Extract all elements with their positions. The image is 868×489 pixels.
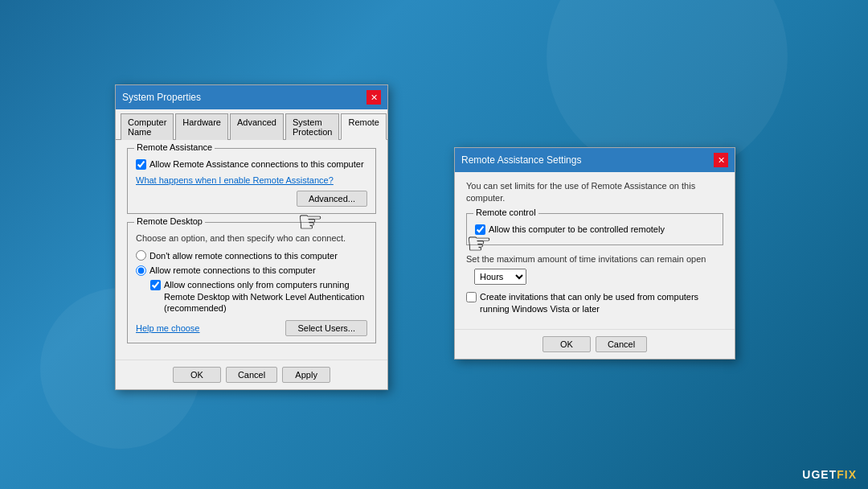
- allow-remote-assistance-text: Allow Remote Assistance connections to t…: [149, 158, 364, 170]
- apply-button[interactable]: Apply: [282, 367, 330, 383]
- allow-remote-connections-text: Allow remote connections to this compute…: [149, 265, 316, 276]
- system-properties-title: System Properties: [122, 92, 201, 103]
- no-remote-connections-text: Don't allow remote connections to this c…: [149, 250, 338, 261]
- nla-checkbox[interactable]: [150, 280, 161, 290]
- system-properties-titlebar: System Properties ✕: [116, 85, 387, 109]
- remote-assistance-help-link[interactable]: What happens when I enable Remote Assist…: [136, 175, 334, 185]
- tab-hardware[interactable]: Hardware: [175, 113, 228, 140]
- remote-desktop-label: Remote Desktop: [134, 216, 205, 226]
- tab-system-protection[interactable]: System Protection: [285, 113, 340, 140]
- system-properties-buttons: OK Cancel Apply: [116, 360, 387, 389]
- system-properties-close-button[interactable]: ✕: [366, 90, 381, 105]
- system-properties-content: Remote Assistance Allow Remote Assistanc…: [116, 140, 387, 360]
- tab-remote[interactable]: Remote: [341, 113, 387, 140]
- ra-ok-button[interactable]: OK: [542, 336, 591, 352]
- ra-cancel-button[interactable]: Cancel: [596, 336, 647, 352]
- system-properties-dialog: System Properties ✕ Computer Name Hardwa…: [115, 84, 388, 390]
- remote-assistance-settings-titlebar: Remote Assistance Settings ✕: [455, 148, 735, 172]
- remote-assistance-settings-title: Remote Assistance Settings: [461, 154, 581, 166]
- cancel-button[interactable]: Cancel: [226, 367, 277, 383]
- allow-control-row: Allow this computer to be controlled rem…: [475, 224, 714, 235]
- tab-computer-name[interactable]: Computer Name: [121, 113, 174, 140]
- system-properties-tabs: Computer Name Hardware Advanced System P…: [116, 109, 387, 140]
- allow-control-text: Allow this computer to be controlled rem…: [489, 224, 665, 235]
- advanced-button[interactable]: Advanced...: [297, 191, 367, 207]
- help-me-choose-link[interactable]: Help me choose: [136, 323, 200, 333]
- remote-desktop-group: Remote Desktop Choose an option, and the…: [127, 222, 376, 343]
- allow-remote-assistance-row: Allow Remote Assistance connections to t…: [136, 158, 367, 170]
- ugetfix-logo: UGETFIX: [802, 468, 857, 481]
- hours-select[interactable]: Hours Minutes Days: [474, 269, 526, 285]
- nla-text: Allow connections only from computers ru…: [164, 279, 367, 314]
- no-remote-connections-row: Don't allow remote connections to this c…: [136, 250, 367, 261]
- allow-remote-connections-row: Allow remote connections to this compute…: [136, 265, 367, 276]
- allow-control-checkbox[interactable]: [475, 224, 485, 235]
- remote-assistance-label: Remote Assistance: [134, 142, 215, 152]
- tab-advanced[interactable]: Advanced: [230, 113, 284, 140]
- remote-control-label: Remote control: [473, 208, 538, 217]
- nla-row: Allow connections only from computers ru…: [136, 279, 367, 314]
- ok-button[interactable]: OK: [173, 367, 221, 383]
- remote-control-group: Remote control Allow this computer to be…: [466, 213, 723, 245]
- invitations-label: Set the maximum amount of time invitatio…: [466, 253, 723, 265]
- create-invitations-text: Create invitations that can only be used…: [480, 291, 723, 314]
- remote-assistance-group: Remote Assistance Allow Remote Assistanc…: [127, 148, 376, 214]
- remote-assistance-settings-dialog: Remote Assistance Settings ✕ You can set…: [454, 147, 735, 360]
- ra-settings-buttons: OK Cancel: [455, 329, 735, 359]
- titlebar-controls: ✕: [366, 90, 381, 105]
- ra-settings-content: You can set limits for the use of Remote…: [455, 172, 735, 329]
- select-users-button[interactable]: Select Users...: [285, 320, 367, 336]
- create-invitations-checkbox[interactable]: [466, 292, 477, 302]
- ra-settings-close-button[interactable]: ✕: [714, 153, 728, 167]
- allow-remote-assistance-checkbox[interactable]: [136, 159, 146, 170]
- no-remote-connections-radio[interactable]: [136, 250, 146, 261]
- remote-desktop-description: Choose an option, and then specify who c…: [136, 232, 367, 244]
- allow-remote-connections-radio[interactable]: [136, 265, 146, 276]
- create-invitations-row: Create invitations that can only be used…: [466, 291, 723, 314]
- ra-settings-description: You can set limits for the use of Remote…: [466, 180, 723, 205]
- ra-titlebar-controls: ✕: [714, 153, 728, 167]
